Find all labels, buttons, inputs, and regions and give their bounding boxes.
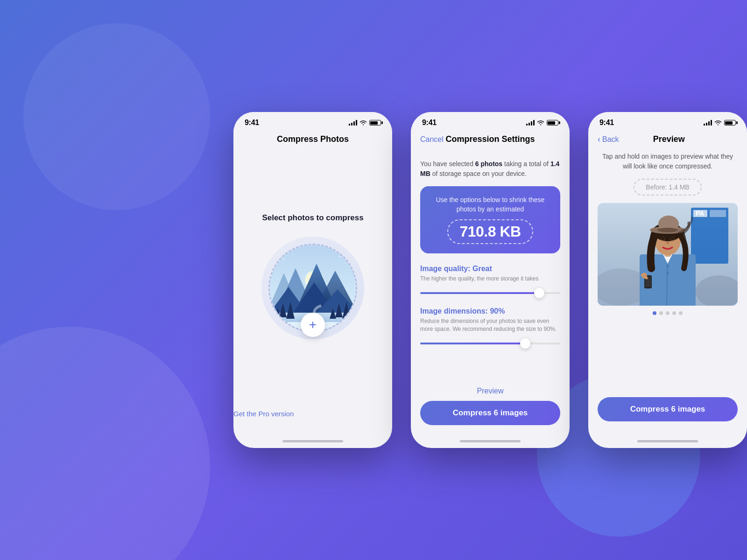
preview-link[interactable]: Preview — [411, 381, 570, 401]
svg-point-21 — [349, 252, 350, 252]
circle-photo-container: + — [261, 237, 364, 339]
signal-bar-4 — [711, 120, 712, 126]
phone2-battery-fill — [548, 121, 555, 125]
svg-point-42 — [670, 237, 674, 240]
phone1-status-bar: 9:41 — [233, 112, 392, 131]
signal-bar-4 — [533, 120, 535, 126]
before-badge: Before: 1.4 MB — [634, 179, 701, 196]
phone3-body: Tap and hold on images to preview what t… — [588, 152, 747, 397]
signal-bars — [349, 120, 357, 126]
svg-point-18 — [283, 258, 285, 259]
phone1-title: Compress Photos — [233, 134, 392, 144]
phone3-compress-button[interactable]: Compress 6 images — [598, 397, 738, 421]
svg-point-19 — [293, 254, 294, 255]
preview-instruction: Tap and hold on images to preview what t… — [598, 152, 738, 171]
signal-bar-2 — [706, 123, 707, 126]
svg-text:PA: PA — [696, 210, 704, 217]
signal-bar-4 — [356, 120, 357, 126]
phone2-title: Compression Settings — [444, 134, 537, 144]
back-label: Back — [602, 135, 619, 144]
battery-icon — [369, 120, 381, 126]
preview-image-svg: PA — [598, 203, 738, 306]
phone3-battery-fill — [725, 121, 733, 125]
phone3-battery-icon — [724, 120, 736, 126]
pro-version-link[interactable]: Get the Pro version — [233, 410, 392, 418]
signal-bar-2 — [351, 123, 352, 126]
quality-slider-thumb[interactable] — [534, 288, 544, 298]
phone2-time: 9:41 — [422, 119, 437, 127]
dot-1 — [653, 311, 656, 315]
dimensions-slider-track — [420, 343, 560, 344]
dimensions-value: 90% — [490, 307, 505, 315]
phone2-status-icons — [526, 120, 558, 126]
phone3-time: 9:41 — [599, 119, 614, 127]
phone3-status-bar: 9:41 — [588, 112, 747, 131]
phone3-frame: 9:41 ‹ — [588, 112, 747, 448]
wifi-icon — [359, 120, 367, 126]
svg-point-41 — [661, 237, 665, 240]
dimensions-slider-thumb[interactable] — [520, 338, 530, 349]
signal-bar-1 — [349, 124, 350, 126]
svg-point-45 — [666, 265, 669, 267]
phone1-header: Compress Photos — [233, 131, 392, 152]
phone3-signal-bars — [704, 120, 712, 126]
bg-shape-top-left — [23, 23, 210, 210]
dimensions-label: Image dimensions: 90% — [420, 307, 560, 315]
phone3-home-indicator — [637, 440, 698, 442]
phone2-battery-icon — [547, 120, 558, 126]
bg-circle-3 — [177, 187, 233, 373]
phone2-wifi-icon — [537, 120, 544, 126]
svg-point-22 — [344, 263, 345, 264]
add-photos-button[interactable]: + — [301, 313, 325, 337]
phone3-title: Preview — [619, 134, 719, 144]
compress-button[interactable]: Compress 6 images — [420, 401, 560, 425]
phone2-status-bar: 9:41 — [411, 112, 570, 131]
phone3-header: ‹ Back Preview — [588, 131, 747, 152]
quality-slider-fill — [420, 292, 539, 294]
compression-card: Use the options below to shrink these ph… — [420, 186, 560, 253]
phone2-body: You have selected 6 photos taking a tota… — [411, 152, 570, 381]
svg-point-46 — [666, 272, 669, 274]
quality-section: Image quality: Great The higher the qual… — [420, 265, 560, 298]
phone1-status-icons — [349, 120, 381, 126]
dot-5 — [679, 311, 683, 315]
cancel-button[interactable]: Cancel — [420, 135, 444, 144]
svg-rect-27 — [710, 210, 726, 217]
signal-bar-3 — [708, 121, 710, 126]
dot-4 — [672, 311, 676, 315]
phone2-signal-bars — [526, 120, 535, 126]
phone3-status-icons — [704, 120, 736, 126]
card-text: Use the options below to shrink these ph… — [430, 196, 551, 214]
dimensions-desc: Reduce the dimensions of your photos to … — [420, 317, 560, 333]
phone1-body: Select photos to compress — [233, 152, 392, 410]
phone1-home-indicator — [282, 440, 343, 442]
add-icon: + — [309, 318, 317, 331]
dimensions-slider-fill — [420, 343, 525, 344]
signal-bar-1 — [526, 124, 528, 126]
estimated-size: 710.8 KB — [447, 219, 533, 244]
phone2-home-indicator — [460, 440, 521, 442]
phone3-wifi-icon — [714, 120, 722, 126]
quality-value: Great — [472, 265, 492, 273]
phone2-header: Cancel Compression Settings — [411, 131, 570, 152]
select-photos-label: Select photos to compress — [262, 213, 363, 223]
back-chevron-icon: ‹ — [598, 134, 600, 144]
signal-bar-3 — [353, 121, 355, 126]
battery-fill — [370, 121, 378, 125]
phone2-frame: 9:41 Cancel Comp — [411, 112, 570, 448]
phones-container: 9:41 Compress Photos — [233, 112, 747, 448]
back-button[interactable]: ‹ Back — [598, 134, 619, 144]
svg-point-20 — [339, 256, 341, 257]
dimensions-slider-container — [420, 339, 560, 348]
signal-bar-2 — [529, 123, 530, 126]
quality-desc: The higher the quality, the more storage… — [420, 275, 560, 283]
dimensions-section: Image dimensions: 90% Reduce the dimensi… — [420, 307, 560, 348]
svg-point-38 — [657, 228, 678, 232]
preview-image[interactable]: PA — [598, 203, 738, 306]
quality-slider-container — [420, 288, 560, 298]
dot-2 — [659, 311, 663, 315]
signal-bar-3 — [531, 121, 532, 126]
selected-count: 6 photos — [475, 160, 502, 168]
phone1-frame: 9:41 Compress Photos — [233, 112, 392, 448]
dot-3 — [666, 311, 669, 315]
